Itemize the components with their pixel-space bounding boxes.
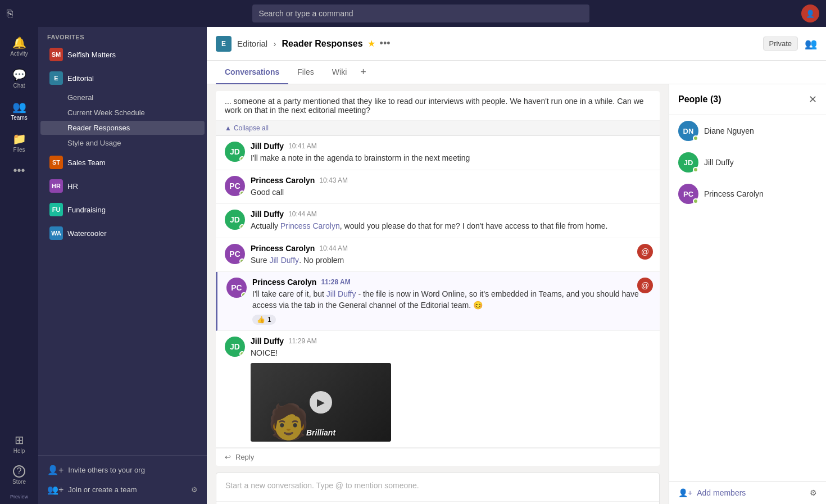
message-time: 10:43 AM (319, 176, 348, 184)
header-right: Private 👥 (763, 37, 817, 51)
sidebar-channel-style-usage[interactable]: Style and Usage (40, 136, 205, 150)
person-item-diane: DN Diane Nguyen (669, 115, 826, 147)
activity-label: Activity (10, 51, 28, 57)
preview-label: Preview (10, 492, 28, 500)
play-button[interactable]: ▶ (310, 391, 332, 414)
join-label: Join or create a team (68, 485, 137, 494)
chat-label: Chat (13, 83, 25, 89)
breadcrumb-separator: › (273, 39, 276, 48)
rail-item-files[interactable]: 📁 Files (0, 128, 38, 157)
search-bar[interactable]: Search or type a command (252, 4, 589, 22)
chat-icon: 💬 (12, 68, 26, 81)
reply-bar[interactable]: ↩ Reply (216, 448, 660, 466)
sender-name: Princess Carolyn (251, 176, 315, 185)
at-mention-button[interactable]: @ (637, 244, 653, 260)
tab-conversations[interactable]: Conversations (216, 61, 288, 84)
channel-header: E Editorial › Reader Responses ★ ••• Pri… (207, 27, 826, 61)
sidebar-bottom: 👤+ Invite others to your org 👥+ Join or … (38, 455, 207, 504)
text-before: Sure (251, 256, 269, 265)
favorites-label: Favorites (38, 27, 207, 43)
sidebar-channel-general[interactable]: General (40, 90, 205, 105)
invite-others-button[interactable]: 👤+ Invite others to your org (38, 460, 207, 480)
sidebar-item-fundraising[interactable]: FU Fundraising ••• (40, 198, 205, 221)
rail-item-help[interactable]: ? Store (0, 461, 38, 489)
message-text: I'll make a note in the agenda to brains… (251, 153, 651, 164)
user-avatar[interactable]: 👤 (801, 4, 819, 22)
sidebar-item-hr[interactable]: HR HR ••• (40, 175, 205, 197)
status-online (239, 156, 245, 162)
editorial-icon: E (49, 71, 63, 85)
compose-icon[interactable]: ⎘ (7, 8, 13, 20)
invite-icon: 👤+ (47, 465, 63, 475)
sidebar-item-sales-team[interactable]: ST Sales Team ••• (40, 151, 205, 174)
join-create-team-button[interactable]: 👥+ Join or create a team ⚙ (38, 480, 207, 500)
status-online (239, 351, 245, 357)
tab-files[interactable]: Files (288, 61, 323, 84)
sales-team-icon: ST (49, 156, 63, 169)
channel-breadcrumb: Editorial › Reader Responses (237, 39, 363, 49)
video-person-image: 🧑 (267, 402, 310, 442)
invite-label: Invite others to your org (68, 466, 145, 474)
message-item: PC Princess Carolyn 10:44 AM Sure Jill D… (216, 238, 660, 273)
hr-icon: HR (49, 179, 63, 193)
message-header: Princess Carolyn 11:28 AM (252, 278, 651, 287)
sidebar-item-editorial[interactable]: E Editorial ••• (40, 67, 205, 89)
status-online (239, 258, 245, 264)
sender-name: Jill Duffy (251, 142, 284, 151)
sidebar-item-selfish-matters[interactable]: SM Selfish Matters ••• (40, 43, 205, 66)
partial-message: ... someone at a party mentioned that th… (216, 91, 660, 121)
tab-wiki[interactable]: Wiki (323, 61, 356, 84)
sender-name: Princess Carolyn (252, 278, 316, 287)
people-settings-icon[interactable]: ⚙ (810, 488, 817, 497)
text-before: Actually (251, 221, 280, 230)
getapp-label: Help (13, 448, 25, 454)
people-panel-icon[interactable]: 👥 (805, 38, 817, 50)
collapse-all-button[interactable]: ▲ Collapse all (216, 121, 660, 136)
message-header: Jill Duffy 10:44 AM (251, 210, 651, 219)
text-after: , would you please do that for me? I don… (340, 221, 608, 230)
message-text: NOICE! (251, 348, 651, 359)
more-icon: ••• (13, 164, 25, 177)
rail-item-getapp[interactable]: ⊞ Help (0, 429, 38, 458)
compose-toolbar: A 📎 ☺ ⊡ 💬 📷 ••• ➤ (216, 501, 659, 504)
getapp-icon: ⊞ (15, 433, 24, 447)
favorite-star-icon[interactable]: ★ (367, 38, 375, 49)
at-mention-button-2[interactable]: @ (637, 278, 653, 293)
person-avatar-diane: DN (678, 121, 698, 141)
message-content: Princess Carolyn 11:28 AM I'll take care… (252, 278, 651, 324)
compose-placeholder: Start a new conversation. Type @ to ment… (225, 481, 419, 490)
editorial-name: Editorial (67, 74, 187, 83)
message-time: 11:29 AM (288, 337, 317, 345)
rail-item-chat[interactable]: 💬 Chat (0, 63, 38, 93)
add-members-button[interactable]: 👤+ Add members ⚙ (669, 481, 826, 504)
messages-container: ... someone at a party mentioned that th… (207, 84, 669, 504)
sidebar-channel-reader-responses[interactable]: Reader Responses (40, 121, 205, 135)
avatar-pc-3: PC (226, 278, 247, 298)
rail-item-more[interactable]: ••• (0, 160, 38, 183)
message-time: 10:41 AM (288, 142, 317, 150)
add-tab-button[interactable]: + (356, 62, 371, 83)
avatar-pc-1: PC (225, 176, 245, 196)
status-online (239, 224, 245, 230)
mention-jill-2[interactable]: Jill Duffy (326, 289, 356, 298)
sidebar-item-watercooler[interactable]: WA Watercooler ••• (40, 222, 205, 244)
sidebar-channel-current-week[interactable]: Current Week Schedule (40, 106, 205, 120)
video-thumbnail[interactable]: 🧑 ▶ Brilliant (251, 363, 391, 442)
rail-item-activity[interactable]: 🔔 Activity (0, 31, 38, 61)
mention-jill[interactable]: Jill Duffy (269, 256, 299, 265)
settings-icon[interactable]: ⚙ (191, 485, 198, 494)
close-people-panel-button[interactable]: ✕ (809, 93, 817, 106)
mention-princess[interactable]: Princess Carolyn (280, 221, 340, 230)
message-actions: @ (637, 278, 653, 293)
people-panel-title: People (3) (678, 94, 809, 105)
main-layout: 🔔 Activity 💬 Chat 👥 Teams 📁 Files ••• ⊞ … (0, 27, 826, 504)
message-item-video: JD Jill Duffy 11:29 AM NOICE! 🧑 (216, 331, 660, 448)
rail-item-teams[interactable]: 👥 Teams (0, 96, 38, 125)
message-content: Princess Carolyn 10:44 AM Sure Jill Duff… (251, 244, 651, 266)
message-content: Jill Duffy 10:41 AM I'll make a note in … (251, 142, 651, 164)
compose-input[interactable]: Start a new conversation. Type @ to ment… (216, 473, 659, 501)
watercooler-name: Watercooler (67, 229, 187, 238)
activity-icon: 🔔 (12, 36, 26, 49)
like-reaction[interactable]: 👍 1 (252, 315, 276, 325)
channel-more-icon[interactable]: ••• (380, 38, 391, 49)
